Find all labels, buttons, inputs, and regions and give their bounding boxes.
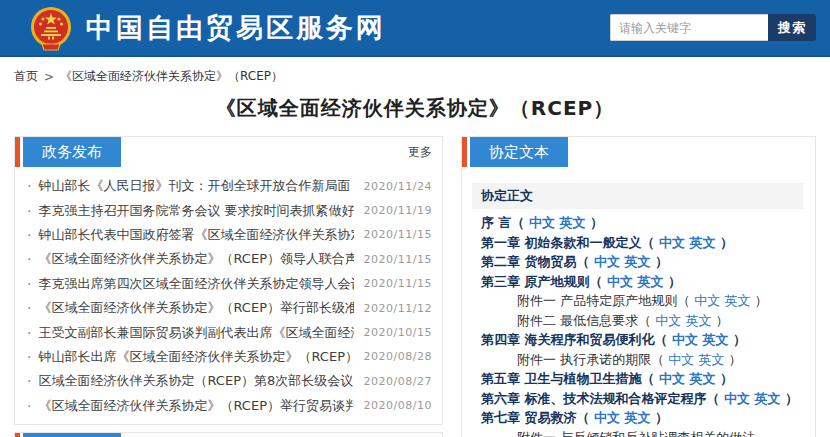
paren-close-text: ） [651,410,669,425]
news-item-date: 2020/08/10 [364,399,432,412]
breadcrumb-current: 《区域全面经济伙伴关系协定》（RCEP） [60,68,283,85]
chinese-version-link[interactable]: 中文 [655,313,681,328]
paren-close-text: ） [729,332,747,347]
chinese-version-link[interactable]: 中文 [594,410,620,425]
english-version-link[interactable]: 英文 [755,391,781,406]
paren-close-text: ） [586,215,604,230]
news-list: ·钟山部长《人民日报》刊文：开创全球开放合作新局面2020/11/24·李克强主… [15,167,442,424]
entry-label: 第四章 海关程序和贸易便利化 [481,332,655,347]
interpretation-panel-title: 协定解读 [23,433,121,437]
interpretation-panel: 协定解读 [14,432,443,437]
chinese-version-link[interactable]: 中文 [529,215,555,230]
paren-open-text: （ [655,332,673,347]
news-item[interactable]: ·《区域全面经济伙伴关系协定》（RCEP）举行贸易谈判委员...2020/08/… [25,394,432,418]
agreement-text-body: 协定正文 序 言（ 中文 英文 ）第一章 初始条款和一般定义（ 中文 英文 ）第… [462,167,815,437]
news-panel-title: 政务发布 [23,137,121,167]
chinese-version-link[interactable]: 中文 [668,352,694,367]
chinese-version-link[interactable]: 中文 [672,332,698,347]
chinese-version-link[interactable]: 中文 [594,254,620,269]
national-emblem-icon [30,6,72,52]
accent-bar [15,433,20,437]
news-item[interactable]: ·钟山部长出席《区域全面经济伙伴关系协定》（RCEP）部长...2020/08/… [25,345,432,369]
paren-open-text: （ [512,215,530,230]
news-item-title: 区域全面经济伙伴关系协定（RCEP）第8次部长级会议《联... [38,372,353,390]
news-item-date: 2020/08/27 [364,375,432,388]
english-version-link[interactable]: 英文 [638,274,664,289]
entry-label: 第五章 卫生与植物卫生措施 [481,371,642,386]
bullet-icon: · [27,203,31,219]
paren-close-text: ） [651,254,669,269]
search-button[interactable]: 搜索 [768,14,816,41]
breadcrumb-home-link[interactable]: 首页 [14,68,38,85]
news-item[interactable]: ·区域全面经济伙伴关系协定（RCEP）第8次部长级会议《联...2020/08/… [25,369,432,393]
accent-bar [462,137,467,167]
bullet-icon: · [27,325,31,341]
site-header: 中国自由贸易区服务网 搜索 [0,0,830,57]
paren-close-text: ） [716,235,734,250]
news-item-date: 2020/11/12 [364,302,432,315]
chinese-version-link[interactable]: 中文 [607,274,633,289]
bullet-icon: · [27,178,31,194]
news-panel-header: 政务发布 更多 [15,137,442,167]
agreement-annex-row: 附件二 最低信息要求（ 中文 英文 ） [472,311,803,331]
language-links: （ 中文 英文 ） [651,352,741,367]
paren-close-text: ） [664,274,682,289]
chinese-version-link[interactable]: 中文 [659,235,685,250]
agreement-annex-row: 附件一 与反倾销和反补贴调查相关的做法（ 中文 英文 ） [472,428,803,437]
news-item-title: 《区域全面经济伙伴关系协定》（RCEP）举行部长级准备（... [38,299,353,317]
agreement-body-section-header: 协定正文 [472,183,803,209]
entry-label: 附件一 产品特定原产地规则 [517,293,677,308]
agreement-text-panel-title: 协定文本 [470,137,568,167]
paren-open-text: （ [677,293,694,308]
english-version-link[interactable]: 英文 [625,254,651,269]
paren-close-text: ） [711,313,728,328]
english-version-link[interactable]: 英文 [703,332,729,347]
language-links: （ 中文 英文 ） [638,313,728,328]
entry-label: 第六章 标准、技术法规和合格评定程序 [481,391,707,406]
agreement-chapter-row: 第四章 海关程序和贸易便利化（ 中文 英文 ） [472,330,803,350]
bullet-icon: · [27,373,31,389]
bullet-icon: · [27,398,31,414]
language-links: （ 中文 英文 ） [590,274,682,289]
news-item-title: 《区域全面经济伙伴关系协定》（RCEP）举行贸易谈判委员... [38,397,353,415]
page-title: 《区域全面经济伙伴关系协定》（RCEP） [0,95,830,122]
news-more-link[interactable]: 更多 [408,144,442,161]
news-item[interactable]: ·李克强主持召开国务院常务会议 要求按时间表抓紧做好区...2020/11/19 [25,198,432,222]
english-version-link[interactable]: 英文 [625,410,651,425]
agreement-chapter-row: 序 言（ 中文 英文 ） [472,213,803,233]
chinese-version-link[interactable]: 中文 [659,371,685,386]
news-item[interactable]: ·钟山部长《人民日报》刊文：开创全球开放合作新局面2020/11/24 [25,174,432,198]
news-item[interactable]: ·李克强出席第四次区域全面经济伙伴关系协定领导人会议 ...2020/11/15 [25,272,432,296]
news-item[interactable]: ·《区域全面经济伙伴关系协定》（RCEP）举行部长级准备（...2020/11/… [25,296,432,320]
agreement-chapter-row: 第一章 初始条款和一般定义（ 中文 英文 ） [472,233,803,253]
bullet-icon: · [27,251,31,267]
english-version-link[interactable]: 英文 [685,313,711,328]
agreement-annex-row: 附件一 执行承诺的期限（ 中文 英文 ） [472,350,803,370]
language-links: （ 中文 英文 ） [577,410,669,425]
news-item[interactable]: ·钟山部长代表中国政府签署《区域全面经济伙伴关系协定》...2020/11/15 [25,223,432,247]
english-version-link[interactable]: 英文 [690,235,716,250]
paren-close-text: ） [724,352,741,367]
search-box: 搜索 [610,14,816,41]
english-version-link[interactable]: 英文 [698,352,724,367]
left-column: 政务发布 更多 ·钟山部长《人民日报》刊文：开创全球开放合作新局面2020/11… [14,136,443,437]
chinese-version-link[interactable]: 中文 [694,293,720,308]
agreement-chapter-row: 第六章 标准、技术法规和合格评定程序（ 中文 英文 ） [472,389,803,409]
paren-open-text: （ [642,371,660,386]
language-links: （ 中文 英文 ） [655,332,747,347]
news-item-title: 李克强出席第四次区域全面经济伙伴关系协定领导人会议 ... [38,275,353,293]
language-links: （ 中文 英文 ） [642,371,734,386]
news-item[interactable]: ·《区域全面经济伙伴关系协定》（RCEP）领导人联合声明2020/11/15 [25,247,432,271]
agreement-entries: 序 言（ 中文 英文 ）第一章 初始条款和一般定义（ 中文 英文 ）第二章 货物… [472,213,803,437]
search-input[interactable] [610,14,768,41]
english-version-link[interactable]: 英文 [560,215,586,230]
news-item-date: 2020/11/15 [364,277,432,290]
entry-label: 附件一 执行承诺的期限 [517,352,651,367]
chinese-version-link[interactable]: 中文 [724,391,750,406]
news-item-date: 2020/11/15 [364,228,432,241]
english-version-link[interactable]: 英文 [724,293,750,308]
paren-open-text: （ [651,352,668,367]
english-version-link[interactable]: 英文 [690,371,716,386]
news-item[interactable]: ·王受文副部长兼国际贸易谈判副代表出席《区域全面经济伙...2020/10/15 [25,320,432,344]
entry-label: 第三章 原产地规则 [481,274,590,289]
